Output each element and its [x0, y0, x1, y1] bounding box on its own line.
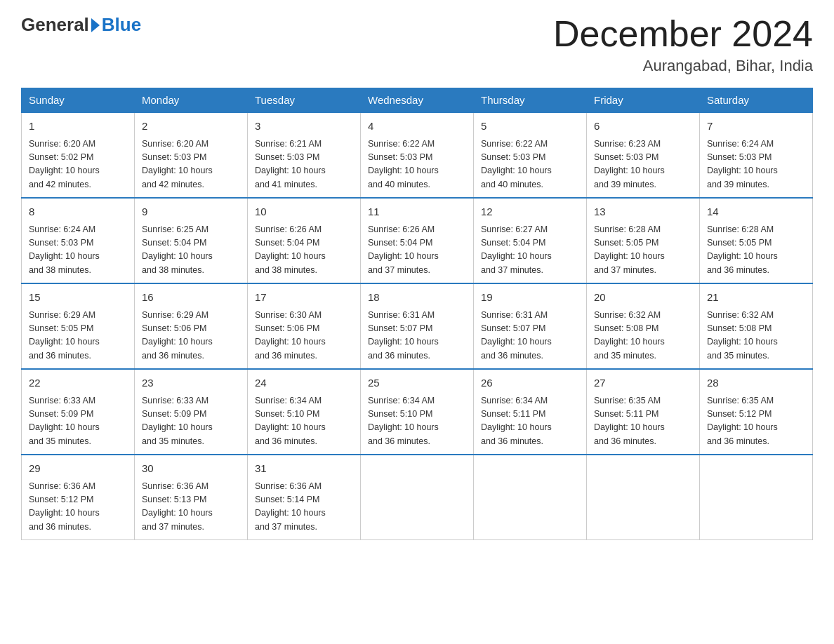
day-number: 15 — [29, 290, 127, 306]
calendar-table: SundayMondayTuesdayWednesdayThursdayFrid… — [21, 88, 813, 540]
calendar-cell: 20 Sunrise: 6:32 AMSunset: 5:08 PMDaylig… — [587, 283, 700, 369]
day-number: 7 — [707, 119, 805, 135]
day-info: Sunrise: 6:30 AMSunset: 5:06 PMDaylight:… — [255, 309, 353, 363]
calendar-cell — [700, 455, 813, 540]
day-info: Sunrise: 6:33 AMSunset: 5:09 PMDaylight:… — [142, 394, 240, 449]
calendar-cell: 13 Sunrise: 6:28 AMSunset: 5:05 PMDaylig… — [587, 198, 700, 283]
day-number: 3 — [255, 119, 353, 135]
day-number: 6 — [594, 119, 692, 135]
calendar-cell: 28 Sunrise: 6:35 AMSunset: 5:12 PMDaylig… — [700, 369, 813, 455]
week-row-3: 15 Sunrise: 6:29 AMSunset: 5:05 PMDaylig… — [22, 283, 813, 369]
day-number: 24 — [255, 375, 353, 391]
day-info: Sunrise: 6:34 AMSunset: 5:10 PMDaylight:… — [255, 394, 353, 449]
calendar-cell: 19 Sunrise: 6:31 AMSunset: 5:07 PMDaylig… — [474, 283, 587, 369]
calendar-cell: 3 Sunrise: 6:21 AMSunset: 5:03 PMDayligh… — [248, 112, 361, 198]
day-info: Sunrise: 6:24 AMSunset: 5:03 PMDaylight:… — [29, 223, 127, 278]
day-info: Sunrise: 6:35 AMSunset: 5:11 PMDaylight:… — [594, 394, 692, 449]
logo-blue-text: Blue — [102, 14, 141, 36]
calendar-cell: 17 Sunrise: 6:30 AMSunset: 5:06 PMDaylig… — [248, 283, 361, 369]
header-cell-friday: Friday — [587, 88, 700, 113]
day-number: 5 — [481, 119, 579, 135]
day-number: 31 — [255, 461, 353, 477]
day-info: Sunrise: 6:36 AMSunset: 5:14 PMDaylight:… — [255, 480, 353, 535]
calendar-cell: 27 Sunrise: 6:35 AMSunset: 5:11 PMDaylig… — [587, 369, 700, 455]
day-number: 4 — [368, 119, 466, 135]
day-info: Sunrise: 6:36 AMSunset: 5:13 PMDaylight:… — [142, 480, 240, 535]
logo: General Blue — [21, 14, 141, 36]
calendar-cell: 18 Sunrise: 6:31 AMSunset: 5:07 PMDaylig… — [361, 283, 474, 369]
day-number: 23 — [142, 375, 240, 391]
day-number: 29 — [29, 461, 127, 477]
day-info: Sunrise: 6:23 AMSunset: 5:03 PMDaylight:… — [594, 137, 692, 192]
calendar-cell — [587, 455, 700, 540]
calendar-cell: 21 Sunrise: 6:32 AMSunset: 5:08 PMDaylig… — [700, 283, 813, 369]
day-number: 2 — [142, 119, 240, 135]
day-number: 19 — [481, 290, 579, 306]
logo-general-text: General — [21, 14, 89, 36]
day-info: Sunrise: 6:33 AMSunset: 5:09 PMDaylight:… — [29, 394, 127, 449]
day-number: 28 — [707, 375, 805, 391]
day-info: Sunrise: 6:21 AMSunset: 5:03 PMDaylight:… — [255, 137, 353, 192]
day-number: 14 — [707, 204, 805, 220]
calendar-cell: 15 Sunrise: 6:29 AMSunset: 5:05 PMDaylig… — [22, 283, 135, 369]
calendar-cell: 22 Sunrise: 6:33 AMSunset: 5:09 PMDaylig… — [22, 369, 135, 455]
calendar-cell: 23 Sunrise: 6:33 AMSunset: 5:09 PMDaylig… — [135, 369, 248, 455]
calendar-cell: 29 Sunrise: 6:36 AMSunset: 5:12 PMDaylig… — [22, 455, 135, 540]
day-info: Sunrise: 6:36 AMSunset: 5:12 PMDaylight:… — [29, 480, 127, 535]
day-info: Sunrise: 6:28 AMSunset: 5:05 PMDaylight:… — [594, 223, 692, 278]
week-row-5: 29 Sunrise: 6:36 AMSunset: 5:12 PMDaylig… — [22, 455, 813, 540]
day-info: Sunrise: 6:35 AMSunset: 5:12 PMDaylight:… — [707, 394, 805, 449]
week-row-1: 1 Sunrise: 6:20 AMSunset: 5:02 PMDayligh… — [22, 112, 813, 198]
day-info: Sunrise: 6:34 AMSunset: 5:11 PMDaylight:… — [481, 394, 579, 449]
calendar-header: SundayMondayTuesdayWednesdayThursdayFrid… — [22, 88, 813, 113]
header-row: SundayMondayTuesdayWednesdayThursdayFrid… — [22, 88, 813, 113]
day-number: 26 — [481, 375, 579, 391]
calendar-cell — [361, 455, 474, 540]
calendar-cell — [474, 455, 587, 540]
day-info: Sunrise: 6:32 AMSunset: 5:08 PMDaylight:… — [707, 309, 805, 363]
day-number: 21 — [707, 290, 805, 306]
header-cell-wednesday: Wednesday — [361, 88, 474, 113]
calendar-cell: 10 Sunrise: 6:26 AMSunset: 5:04 PMDaylig… — [248, 198, 361, 283]
calendar-cell: 7 Sunrise: 6:24 AMSunset: 5:03 PMDayligh… — [700, 112, 813, 198]
day-info: Sunrise: 6:34 AMSunset: 5:10 PMDaylight:… — [368, 394, 466, 449]
day-number: 9 — [142, 204, 240, 220]
logo-arrow-icon — [91, 18, 100, 32]
calendar-cell: 14 Sunrise: 6:28 AMSunset: 5:05 PMDaylig… — [700, 198, 813, 283]
header-cell-monday: Monday — [135, 88, 248, 113]
calendar-cell: 2 Sunrise: 6:20 AMSunset: 5:03 PMDayligh… — [135, 112, 248, 198]
page-header: General Blue December 2024 Aurangabad, B… — [21, 14, 813, 75]
day-info: Sunrise: 6:28 AMSunset: 5:05 PMDaylight:… — [707, 223, 805, 278]
week-row-2: 8 Sunrise: 6:24 AMSunset: 5:03 PMDayligh… — [22, 198, 813, 283]
calendar-cell: 30 Sunrise: 6:36 AMSunset: 5:13 PMDaylig… — [135, 455, 248, 540]
day-number: 12 — [481, 204, 579, 220]
header-cell-sunday: Sunday — [22, 88, 135, 113]
calendar-cell: 8 Sunrise: 6:24 AMSunset: 5:03 PMDayligh… — [22, 198, 135, 283]
calendar-cell: 11 Sunrise: 6:26 AMSunset: 5:04 PMDaylig… — [361, 198, 474, 283]
day-info: Sunrise: 6:29 AMSunset: 5:05 PMDaylight:… — [29, 309, 127, 363]
header-cell-tuesday: Tuesday — [248, 88, 361, 113]
day-number: 10 — [255, 204, 353, 220]
day-info: Sunrise: 6:20 AMSunset: 5:03 PMDaylight:… — [142, 137, 240, 192]
day-info: Sunrise: 6:20 AMSunset: 5:02 PMDaylight:… — [29, 137, 127, 192]
calendar-cell: 5 Sunrise: 6:22 AMSunset: 5:03 PMDayligh… — [474, 112, 587, 198]
day-number: 17 — [255, 290, 353, 306]
day-info: Sunrise: 6:31 AMSunset: 5:07 PMDaylight:… — [481, 309, 579, 363]
day-info: Sunrise: 6:26 AMSunset: 5:04 PMDaylight:… — [255, 223, 353, 278]
calendar-cell: 6 Sunrise: 6:23 AMSunset: 5:03 PMDayligh… — [587, 112, 700, 198]
day-info: Sunrise: 6:32 AMSunset: 5:08 PMDaylight:… — [594, 309, 692, 363]
day-number: 11 — [368, 204, 466, 220]
day-number: 30 — [142, 461, 240, 477]
calendar-cell: 1 Sunrise: 6:20 AMSunset: 5:02 PMDayligh… — [22, 112, 135, 198]
calendar-cell: 26 Sunrise: 6:34 AMSunset: 5:11 PMDaylig… — [474, 369, 587, 455]
header-cell-saturday: Saturday — [700, 88, 813, 113]
day-number: 8 — [29, 204, 127, 220]
day-info: Sunrise: 6:22 AMSunset: 5:03 PMDaylight:… — [368, 137, 466, 192]
day-number: 13 — [594, 204, 692, 220]
day-number: 27 — [594, 375, 692, 391]
day-number: 18 — [368, 290, 466, 306]
day-info: Sunrise: 6:31 AMSunset: 5:07 PMDaylight:… — [368, 309, 466, 363]
header-cell-thursday: Thursday — [474, 88, 587, 113]
title-block: December 2024 Aurangabad, Bihar, India — [553, 14, 813, 75]
day-info: Sunrise: 6:25 AMSunset: 5:04 PMDaylight:… — [142, 223, 240, 278]
